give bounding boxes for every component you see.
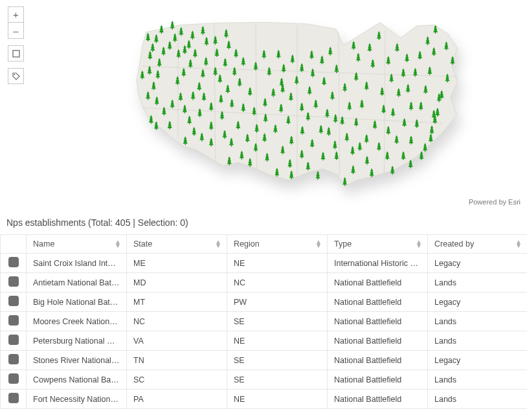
- checkbox-icon: [8, 393, 19, 403]
- table-row[interactable]: Fort Necessity National Ba...PANENationa…: [1, 390, 528, 409]
- column-checkbox: [1, 235, 27, 254]
- cell-state: MD: [127, 273, 227, 293]
- column-label: State: [133, 239, 152, 249]
- column-header-type[interactable]: Type ▲▼: [328, 235, 428, 254]
- column-header-region[interactable]: Region ▲▼: [227, 235, 328, 254]
- data-table: Name ▲▼ State ▲▼ Region ▲▼ Type ▲▼ Creat…: [0, 234, 527, 409]
- sort-icon: ▲▼: [315, 240, 322, 248]
- row-checkbox-cell[interactable]: [1, 370, 27, 390]
- checkbox-icon: [8, 373, 19, 384]
- checkbox-icon: [8, 296, 19, 306]
- cell-created-by: Lands: [428, 331, 528, 351]
- cell-state: NC: [127, 312, 227, 331]
- sort-icon: ▲▼: [215, 240, 221, 248]
- tree-icon[interactable]: [315, 171, 320, 180]
- sort-icon: ▲▼: [515, 240, 522, 248]
- sort-icon: ▲▼: [416, 240, 422, 248]
- table-title: Nps establishments (Total: 405 | Selecti…: [0, 214, 527, 234]
- cell-created-by: Lands: [428, 390, 528, 409]
- column-header-name[interactable]: Name ▲▼: [27, 235, 127, 254]
- cell-type: National Battlefield: [328, 370, 428, 390]
- cell-created-by: Lands: [428, 273, 528, 293]
- checkbox-icon: [8, 276, 19, 287]
- cell-type: National Battlefield: [328, 351, 428, 370]
- table-body: Saint Croix Island Internati...MENEInter…: [1, 254, 528, 409]
- cell-region: PW: [227, 293, 328, 312]
- row-checkbox-cell[interactable]: [1, 273, 27, 293]
- sort-icon: ▲▼: [115, 240, 121, 248]
- row-checkbox-cell[interactable]: [1, 390, 27, 409]
- map-controls: + –: [8, 6, 24, 84]
- cell-region: NE: [227, 254, 328, 273]
- cell-state: TN: [127, 351, 227, 370]
- cell-region: NE: [227, 390, 328, 409]
- checkbox-icon: [8, 354, 19, 364]
- checkbox-icon: [8, 257, 19, 267]
- cell-name: Saint Croix Island Internati...: [27, 254, 127, 273]
- zoom-in-button[interactable]: +: [8, 6, 24, 23]
- cell-state: ME: [127, 254, 227, 273]
- row-checkbox-cell[interactable]: [1, 331, 27, 351]
- row-checkbox-cell[interactable]: [1, 312, 27, 331]
- table-row[interactable]: Big Hole National BattlefieldMTPWNationa…: [1, 293, 528, 312]
- cell-name: Stones River National Battl...: [27, 351, 127, 370]
- tag-icon: [12, 72, 21, 81]
- cell-state: VA: [127, 331, 227, 351]
- cell-state: MT: [127, 293, 227, 312]
- cell-name: Moores Creek National Ba...: [27, 312, 127, 331]
- column-label: Region: [234, 239, 260, 249]
- table-row[interactable]: Stones River National Battl...TNSENation…: [1, 351, 528, 370]
- table-head: Name ▲▼ State ▲▼ Region ▲▼ Type ▲▼ Creat…: [1, 235, 528, 254]
- cell-name: Cowpens National Battlefi...: [27, 370, 127, 390]
- measure-button[interactable]: [8, 68, 24, 84]
- table-row[interactable]: Moores Creek National Ba...NCSENational …: [1, 312, 528, 331]
- column-label: Name: [33, 239, 54, 249]
- table-row[interactable]: Petersburg National Battle...VANENationa…: [1, 331, 528, 351]
- cell-region: NE: [227, 331, 328, 351]
- cell-type: National Battlefield: [328, 312, 428, 331]
- cell-created-by: Legacy: [428, 351, 528, 370]
- cell-type: National Battlefield: [328, 331, 428, 351]
- cell-type: National Battlefield: [328, 273, 428, 293]
- cell-region: NC: [227, 273, 328, 293]
- cell-name: Antietam National Battlefi...: [27, 273, 127, 293]
- extent-icon: [12, 50, 20, 58]
- table-row[interactable]: Saint Croix Island Internati...MENEInter…: [1, 254, 528, 273]
- map-attribution: Powered by Esri: [469, 198, 521, 206]
- zoom-out-button[interactable]: –: [8, 23, 24, 39]
- cell-region: SE: [227, 312, 328, 331]
- svg-rect-0: [13, 50, 19, 57]
- column-label: Created by: [434, 239, 474, 249]
- cell-created-by: Legacy: [428, 293, 528, 312]
- cell-state: PA: [127, 390, 227, 409]
- cell-type: International Historic Site: [328, 254, 428, 273]
- cell-state: SC: [127, 370, 227, 390]
- extent-button[interactable]: [8, 45, 24, 61]
- column-header-state[interactable]: State ▲▼: [127, 235, 227, 254]
- table-row[interactable]: Cowpens National Battlefi...SCSENational…: [1, 370, 528, 390]
- checkbox-icon: [8, 335, 19, 345]
- cell-created-by: Lands: [428, 370, 528, 390]
- cell-name: Big Hole National Battlefield: [27, 293, 127, 312]
- cell-type: National Battlefield: [328, 293, 428, 312]
- column-label: Type: [334, 239, 352, 249]
- cell-created-by: Lands: [428, 312, 528, 331]
- checkbox-icon: [8, 315, 19, 326]
- map-canvas[interactable]: [100, 0, 463, 210]
- row-checkbox-cell[interactable]: [1, 351, 27, 370]
- table-row[interactable]: Antietam National Battlefi...MDNCNationa…: [1, 273, 528, 293]
- cell-name: Petersburg National Battle...: [27, 331, 127, 351]
- row-checkbox-cell[interactable]: [1, 293, 27, 312]
- cell-type: National Battlefield: [328, 390, 428, 409]
- row-checkbox-cell[interactable]: [1, 254, 27, 273]
- column-header-created-by[interactable]: Created by ▲▼: [428, 235, 528, 254]
- cell-name: Fort Necessity National Ba...: [27, 390, 127, 409]
- cell-created-by: Legacy: [428, 254, 528, 273]
- svg-point-1: [14, 74, 15, 75]
- map-panel: + – Powered by Esri: [0, 0, 527, 214]
- cell-region: SE: [227, 351, 328, 370]
- cell-region: SE: [227, 370, 328, 390]
